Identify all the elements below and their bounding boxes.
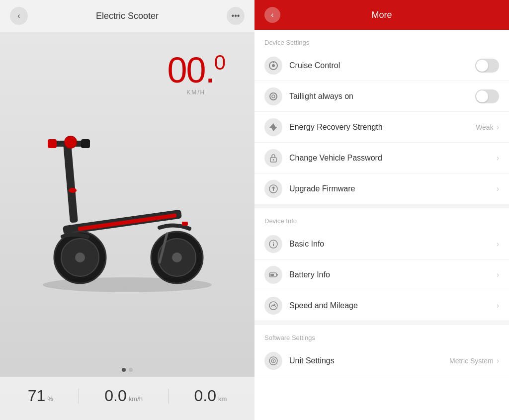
upgrade-firmware-chevron: › xyxy=(497,184,499,193)
software-settings-label: Software Settings xyxy=(254,325,509,345)
svg-rect-1 xyxy=(63,143,78,223)
svg-point-16 xyxy=(43,277,212,292)
energy-recovery-label: Energy Recovery Strength xyxy=(289,123,476,132)
divider-2 xyxy=(168,389,169,404)
svg-point-15 xyxy=(69,188,77,193)
change-password-chevron: › xyxy=(497,154,499,163)
right-panel: ‹ More Device Settings Cruise Control Ta… xyxy=(254,0,509,420)
right-header-title: More xyxy=(280,10,483,20)
speed-mileage-icon xyxy=(264,297,282,315)
svg-rect-32 xyxy=(270,274,274,276)
speed-mileage-item[interactable]: Speed and Mileage › xyxy=(254,290,509,321)
back-button[interactable]: ‹ xyxy=(10,7,28,25)
upgrade-firmware-label: Upgrade Firmware xyxy=(289,184,497,193)
left-panel: ‹ Electric Scooter ••• 00.0 KM/H xyxy=(0,0,254,420)
more-icon: ••• xyxy=(232,11,240,20)
taillight-toggle-knob xyxy=(476,90,488,102)
svg-point-21 xyxy=(272,95,275,98)
dot-2 xyxy=(129,368,133,372)
unit-settings-label: Unit Settings xyxy=(289,356,449,365)
basic-info-chevron: › xyxy=(497,240,499,249)
cruise-control-label: Cruise Control xyxy=(289,61,475,70)
dot-1 xyxy=(122,368,126,372)
unit-settings-value: Metric System xyxy=(449,357,494,365)
taillight-toggle[interactable] xyxy=(475,89,499,103)
back-icon: ‹ xyxy=(17,11,20,20)
speed-mileage-chevron: › xyxy=(497,301,499,310)
speed-stat-value: 0.0 xyxy=(104,387,126,405)
battery-stat: 71 % xyxy=(28,387,53,405)
distance-value: 0.0 xyxy=(194,387,216,405)
energy-recovery-item[interactable]: Energy Recovery Strength Weak › xyxy=(254,112,509,143)
taillight-icon xyxy=(264,87,282,105)
basic-info-label: Basic Info xyxy=(289,240,497,249)
cruise-control-item[interactable]: Cruise Control xyxy=(254,50,509,81)
energy-recovery-chevron: › xyxy=(497,123,499,132)
change-password-icon xyxy=(264,149,282,167)
svg-point-37 xyxy=(273,360,274,361)
distance-unit: km xyxy=(218,395,227,403)
battery-unit: % xyxy=(47,395,53,403)
svg-rect-4 xyxy=(81,139,90,148)
right-back-icon: ‹ xyxy=(271,10,273,19)
svg-marker-22 xyxy=(269,123,277,131)
svg-point-5 xyxy=(65,136,77,148)
more-options-button[interactable]: ••• xyxy=(227,7,245,25)
cruise-control-toggle-knob xyxy=(476,60,488,72)
separator-1 xyxy=(254,204,509,208)
taillight-label: Taillight always on xyxy=(289,92,475,101)
speed-stat-unit: km/h xyxy=(129,395,143,403)
unit-settings-item[interactable]: Unit Settings Metric System › xyxy=(254,345,509,376)
svg-point-8 xyxy=(75,252,85,262)
scooter-image xyxy=(23,103,232,292)
cruise-control-icon xyxy=(264,57,282,75)
speed-display: 00.0 KM/H xyxy=(168,52,225,96)
right-back-button[interactable]: ‹ xyxy=(264,7,280,23)
taillight-item[interactable]: Taillight always on xyxy=(254,81,509,112)
battery-info-chevron: › xyxy=(497,270,499,279)
cruise-control-toggle[interactable] xyxy=(475,59,499,73)
svg-rect-14 xyxy=(182,222,188,226)
unit-settings-chevron: › xyxy=(497,356,499,365)
change-password-item[interactable]: Change Vehicle Password › xyxy=(254,143,509,173)
page-title: Electric Scooter xyxy=(96,11,159,21)
svg-point-11 xyxy=(172,252,182,262)
left-header: ‹ Electric Scooter ••• xyxy=(0,0,254,32)
unit-settings-icon xyxy=(264,352,282,370)
change-password-label: Change Vehicle Password xyxy=(289,154,497,163)
svg-rect-3 xyxy=(48,139,57,148)
bottom-stats: 71 % 0.0 km/h 0.0 km xyxy=(0,377,254,420)
page-indicator xyxy=(0,363,254,377)
right-header: ‹ More xyxy=(254,0,509,30)
basic-info-icon xyxy=(264,235,282,253)
upgrade-firmware-icon xyxy=(264,180,282,198)
divider-1 xyxy=(79,389,79,404)
svg-point-18 xyxy=(272,64,275,67)
battery-info-label: Battery Info xyxy=(289,270,497,279)
speed-unit: KM/H xyxy=(168,89,225,96)
svg-rect-31 xyxy=(276,274,278,275)
battery-value: 71 xyxy=(28,387,46,405)
svg-point-29 xyxy=(273,242,274,243)
battery-info-icon xyxy=(264,266,282,284)
speed-mileage-label: Speed and Mileage xyxy=(289,301,497,310)
svg-point-20 xyxy=(270,93,277,100)
device-info-label: Device Info xyxy=(254,208,509,229)
basic-info-item[interactable]: Basic Info › xyxy=(254,229,509,259)
upgrade-firmware-item[interactable]: Upgrade Firmware › xyxy=(254,173,509,204)
energy-recovery-icon xyxy=(264,118,282,136)
speed-value: 00.0 xyxy=(168,52,225,88)
battery-info-item[interactable]: Battery Info › xyxy=(254,259,509,290)
speed-stat: 0.0 km/h xyxy=(104,387,143,405)
svg-point-24 xyxy=(273,159,274,161)
scooter-area: 00.0 KM/H xyxy=(0,32,254,363)
distance-stat: 0.0 km xyxy=(194,387,227,405)
device-settings-label: Device Settings xyxy=(254,30,509,50)
separator-2 xyxy=(254,321,509,325)
energy-recovery-value: Weak xyxy=(476,123,494,131)
